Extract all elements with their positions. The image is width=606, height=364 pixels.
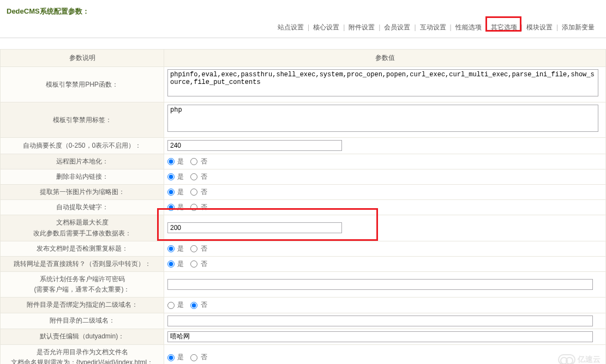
table-row: 附件目录是否绑定为指定的二级域名： 是 否 bbox=[1, 298, 606, 313]
radio-yes[interactable] bbox=[167, 302, 175, 309]
param-label: 附件目录是否绑定为指定的二级域名： bbox=[1, 298, 164, 313]
param-value-cell bbox=[164, 313, 606, 329]
radio-no[interactable] bbox=[190, 245, 197, 252]
radio-yes[interactable] bbox=[167, 204, 175, 211]
tab-8[interactable]: 添加新变量 bbox=[560, 23, 596, 31]
param-textarea[interactable] bbox=[167, 69, 598, 96]
table-row: 模板引擎禁用PHP函数： bbox=[1, 67, 606, 102]
param-input[interactable] bbox=[167, 331, 593, 342]
tab-1[interactable]: 核心设置 bbox=[311, 23, 341, 31]
table-row: 发布文档时是否检测重复标题： 是 否 bbox=[1, 241, 606, 256]
radio-label-yes[interactable]: 是 bbox=[167, 157, 184, 165]
param-label: 提取第一张图片作为缩略图： bbox=[1, 184, 164, 199]
param-value-cell bbox=[164, 102, 606, 138]
radio-label-yes[interactable]: 是 bbox=[167, 245, 184, 252]
param-label: 发布文档时是否检测重复标题： bbox=[1, 241, 164, 256]
tab-separator: | bbox=[412, 23, 418, 31]
tab-2[interactable]: 附件设置 bbox=[347, 23, 376, 31]
radio-group: 是 否 bbox=[167, 188, 214, 196]
radio-yes[interactable] bbox=[167, 245, 175, 252]
param-value-cell: 是 否 bbox=[164, 256, 606, 271]
param-label: 删除非站内链接： bbox=[1, 169, 164, 184]
radio-group: 是 否 bbox=[167, 245, 214, 252]
radio-no[interactable] bbox=[190, 260, 197, 268]
radio-label-no[interactable]: 否 bbox=[190, 157, 207, 165]
param-value-cell bbox=[164, 138, 606, 154]
radio-group: 是 否 bbox=[167, 301, 214, 308]
radio-label-no[interactable]: 否 bbox=[190, 301, 207, 308]
tab-nav: 站点设置|核心设置|附件设置|会员设置|互动设置|性能选项|其它选项|模块设置|… bbox=[5, 21, 601, 38]
radio-no[interactable] bbox=[190, 189, 197, 196]
radio-yes[interactable] bbox=[167, 354, 175, 361]
radio-label-no[interactable]: 否 bbox=[190, 173, 207, 180]
radio-no[interactable] bbox=[190, 302, 197, 309]
radio-no[interactable] bbox=[190, 158, 197, 165]
param-input[interactable] bbox=[167, 316, 593, 326]
param-value-cell: 是 否 bbox=[164, 344, 606, 364]
column-header-name: 参数说明 bbox=[1, 50, 164, 67]
param-textarea[interactable] bbox=[167, 105, 598, 132]
radio-yes[interactable] bbox=[167, 189, 175, 196]
radio-label-yes[interactable]: 是 bbox=[167, 353, 184, 361]
param-value-cell bbox=[164, 67, 606, 102]
table-row: 默认责任编辑（dutyadmin)： bbox=[1, 329, 606, 344]
param-value-cell bbox=[164, 215, 606, 241]
tab-separator: | bbox=[554, 23, 560, 31]
radio-label-yes[interactable]: 是 bbox=[167, 301, 184, 308]
radio-label-no[interactable]: 否 bbox=[190, 260, 207, 268]
param-value-cell: 是 否 bbox=[164, 169, 606, 184]
tab-separator: | bbox=[483, 23, 489, 31]
tab-separator: | bbox=[448, 23, 454, 31]
param-input[interactable] bbox=[167, 222, 342, 233]
param-value-cell: 是 否 bbox=[164, 154, 606, 169]
tab-7[interactable]: 模块设置 bbox=[525, 23, 554, 31]
radio-label-yes[interactable]: 是 bbox=[167, 188, 184, 196]
param-input[interactable] bbox=[167, 279, 593, 290]
header-bar: DedeCMS系统配置参数： 站点设置|核心设置|附件设置|会员设置|互动设置|… bbox=[0, 0, 606, 38]
radio-label-no[interactable]: 否 bbox=[190, 245, 207, 252]
radio-label-no[interactable]: 否 bbox=[190, 188, 207, 196]
table-row: 是否允许用目录作为文档文件名文档命名规则需改为：{typedir}/{aid}/… bbox=[1, 344, 606, 364]
radio-no[interactable] bbox=[190, 173, 197, 180]
config-table: 参数说明 参数值 模板引擎禁用PHP函数：模板引擎禁用标签：自动摘要长度（0-2… bbox=[0, 49, 606, 364]
radio-group: 是 否 bbox=[167, 157, 214, 165]
param-value-cell bbox=[164, 272, 606, 298]
param-value-cell: 是 否 bbox=[164, 200, 606, 215]
radio-label-yes[interactable]: 是 bbox=[167, 260, 184, 268]
tab-separator: | bbox=[341, 23, 347, 31]
table-row: 远程图片本地化： 是 否 bbox=[1, 154, 606, 169]
table-row: 系统计划任务客户端许可密码(需要客户端，通常不会太重要)： bbox=[1, 272, 606, 298]
radio-yes[interactable] bbox=[167, 173, 175, 180]
table-row: 自动提取关键字： 是 否 bbox=[1, 200, 606, 215]
tab-separator: | bbox=[376, 23, 382, 31]
radio-label-no[interactable]: 否 bbox=[190, 203, 207, 211]
tab-separator: | bbox=[519, 23, 525, 31]
tab-5[interactable]: 性能选项 bbox=[454, 23, 483, 31]
param-label: 附件目录的二级域名： bbox=[1, 313, 164, 329]
tab-0[interactable]: 站点设置 bbox=[276, 23, 305, 31]
tab-4[interactable]: 互动设置 bbox=[418, 23, 448, 31]
radio-yes[interactable] bbox=[167, 158, 175, 165]
radio-label-no[interactable]: 否 bbox=[190, 353, 207, 361]
radio-group: 是 否 bbox=[167, 203, 214, 211]
radio-no[interactable] bbox=[190, 204, 197, 211]
param-label: 跳转网址是否直接跳转？（否则显示中转页）： bbox=[1, 256, 164, 271]
radio-group: 是 否 bbox=[167, 260, 214, 268]
radio-label-yes[interactable]: 是 bbox=[167, 203, 184, 211]
param-label: 模板引擎禁用PHP函数： bbox=[1, 67, 164, 102]
tab-3[interactable]: 会员设置 bbox=[382, 23, 412, 31]
table-row: 文档标题最大长度改此参数后需要手工修改数据表： bbox=[1, 215, 606, 241]
table-row: 模板引擎禁用标签： bbox=[1, 102, 606, 138]
tab-6[interactable]: 其它选项 bbox=[489, 23, 519, 31]
param-label: 默认责任编辑（dutyadmin)： bbox=[1, 329, 164, 344]
radio-group: 是 否 bbox=[167, 173, 214, 180]
radio-label-yes[interactable]: 是 bbox=[167, 173, 184, 180]
param-input[interactable] bbox=[167, 140, 342, 151]
table-row: 自动摘要长度（0-250，0表示不启用）： bbox=[1, 138, 606, 154]
param-value-cell bbox=[164, 329, 606, 344]
watermark-logo-icon bbox=[558, 354, 575, 364]
param-value-cell: 是 否 bbox=[164, 184, 606, 199]
table-row: 删除非站内链接： 是 否 bbox=[1, 169, 606, 184]
radio-yes[interactable] bbox=[167, 260, 175, 268]
radio-no[interactable] bbox=[190, 354, 197, 361]
